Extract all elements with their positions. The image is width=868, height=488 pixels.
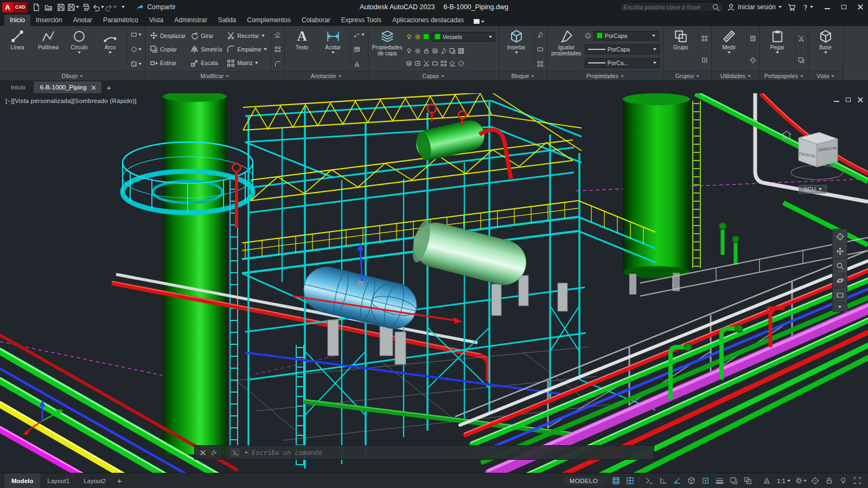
command-line-grip[interactable] [194, 445, 222, 460]
panel-anotacion-label[interactable]: Anotación [285, 71, 368, 80]
redo-button[interactable] [105, 1, 117, 13]
fillet-button[interactable]: Empalme [226, 43, 267, 55]
layer-thaw-icon[interactable] [414, 34, 421, 40]
viewcube[interactable]: FRONTAL DERECHA SCU [779, 126, 846, 194]
arc-button[interactable]: Arco [96, 28, 124, 71]
isolate-objects-button[interactable] [837, 474, 850, 487]
panel-bloque-label[interactable]: Bloque [499, 71, 547, 80]
tab-vista[interactable]: Vista [144, 15, 169, 26]
panel-portapapeles-label[interactable]: Portapapeles [760, 71, 808, 80]
block-attributes-button[interactable] [537, 61, 544, 67]
annotation-monitor-toggle[interactable] [808, 474, 821, 487]
rotate-button[interactable]: Girar [189, 30, 223, 41]
layer-properties-button[interactable]: Propiedades de capa [372, 28, 403, 71]
close-command-line-icon[interactable] [200, 450, 206, 455]
paste-button[interactable]: Pegar [763, 28, 792, 71]
showmotion-button[interactable] [833, 288, 847, 303]
navbar-more-button[interactable] [833, 303, 847, 311]
layer-tool-icon[interactable] [423, 60, 430, 67]
file-tab-drawing[interactable]: 6-B-1000_Piping [34, 81, 101, 93]
drawing-minimize-icon[interactable] [834, 98, 839, 102]
pan-button[interactable] [833, 244, 847, 259]
layer-tool-icon[interactable] [406, 48, 412, 54]
ellipse-button[interactable] [131, 46, 142, 53]
grid-toggle[interactable] [609, 474, 622, 487]
save-as-button[interactable] [67, 1, 79, 13]
tab-inicio[interactable]: Inicio [4, 15, 30, 26]
layer-color-swatch[interactable] [423, 34, 429, 40]
insert-block-button[interactable]: Insertar [502, 28, 531, 71]
selection-cycling-toggle[interactable] [741, 474, 754, 487]
group-button[interactable]: Grupo [667, 28, 695, 71]
layer-tool-icon[interactable] [458, 60, 464, 67]
layer-tool-icon[interactable] [414, 48, 421, 54]
scale-button[interactable]: Escala [189, 57, 223, 69]
ucs-selector-button[interactable]: SCU [799, 185, 826, 194]
tab-express-tools[interactable]: Express Tools [336, 15, 387, 26]
layer-tool-icon[interactable] [414, 60, 421, 67]
layer-tool-icon[interactable] [432, 48, 438, 54]
recent-commands-caret-icon[interactable] [245, 452, 248, 454]
panel-grupos-label[interactable]: Grupos [663, 71, 711, 80]
layer-tool-icon[interactable] [441, 60, 447, 67]
tab-anotar[interactable]: Anotar [68, 15, 98, 26]
viewcube-compass-ring[interactable] [791, 165, 843, 179]
model-viewport[interactable]: [−][Vista personalizada][Sombreado (Rápi… [0, 93, 868, 473]
dynamic-input-toggle[interactable] [642, 474, 655, 487]
panel-capas-label[interactable]: Capas [368, 71, 499, 80]
move-button[interactable]: Desplazar [149, 30, 187, 41]
close-button[interactable] [852, 0, 868, 14]
panel-dibujo-label[interactable]: Dibujo [0, 71, 145, 80]
command-input-bar[interactable] [225, 445, 654, 460]
workspace-switching-button[interactable] [794, 474, 807, 487]
viewport-controls-label[interactable]: [−][Vista personalizada][Sombreado (Rápi… [5, 98, 137, 104]
isometric-drafting-toggle[interactable] [685, 474, 698, 487]
layer-tool-icon[interactable] [432, 60, 438, 67]
erase-button[interactable] [275, 31, 281, 38]
command-input[interactable] [252, 449, 649, 457]
layer-tool-icon[interactable] [449, 60, 456, 67]
layout-tab-layout2[interactable]: Layout2 [76, 473, 113, 488]
save-button[interactable] [55, 1, 67, 13]
trim-button[interactable]: Recortar [226, 30, 267, 41]
circle-button[interactable]: Círculo [65, 28, 93, 71]
full-navigation-wheel-button[interactable] [833, 229, 847, 244]
layer-tool-icon[interactable] [423, 48, 430, 54]
help-button[interactable] [801, 1, 813, 13]
drawing-restore-icon[interactable] [846, 98, 851, 102]
table-button[interactable] [354, 46, 365, 53]
linetype-dropdown[interactable]: PorCa... [585, 58, 660, 68]
viewcube-home-icon[interactable] [782, 131, 791, 138]
id-point-button[interactable] [750, 57, 756, 63]
panel-vista-label[interactable]: Vista [808, 71, 843, 80]
search-input[interactable] [623, 4, 710, 10]
ungroup-button[interactable] [701, 35, 708, 42]
new-drawing-tab-button[interactable]: + [103, 81, 115, 93]
new-layout-button[interactable]: + [113, 473, 126, 488]
autocad-logo[interactable]: ACAD [2, 2, 27, 12]
block-define-button[interactable] [537, 46, 544, 53]
ribbon-display-toggle[interactable] [474, 19, 484, 26]
mirror-button[interactable]: Simetría [189, 43, 223, 55]
panel-modificar-label[interactable]: Modificar [145, 71, 284, 80]
orbit-button[interactable] [833, 273, 847, 288]
dimension-button[interactable]: Acotar [319, 28, 347, 71]
file-tab-start[interactable]: Inicio [4, 81, 32, 93]
tab-administrar[interactable]: Administrar [169, 15, 213, 26]
group-edit-button[interactable] [701, 57, 708, 63]
panel-utilidades-label[interactable]: Utilidades [712, 71, 760, 80]
open-button[interactable] [42, 1, 54, 13]
close-tab-icon[interactable] [91, 86, 94, 89]
layer-tool-icon[interactable] [458, 48, 464, 54]
line-button[interactable]: Línea [3, 28, 31, 71]
panel-propiedades-label[interactable]: Propiedades [547, 71, 663, 80]
tab-complementos[interactable]: Complementos [241, 15, 296, 26]
layer-tool-icon[interactable] [406, 60, 412, 67]
tab-salida[interactable]: Salida [213, 15, 241, 26]
rectangle-button[interactable] [131, 31, 142, 38]
polyline-button[interactable]: Polilínea [34, 28, 62, 71]
annotation-visibility-toggle[interactable] [760, 474, 773, 487]
match-properties-button[interactable]: Igualar propiedades [551, 28, 582, 71]
model-canvas[interactable] [0, 93, 868, 473]
snap-toggle[interactable] [623, 474, 636, 487]
